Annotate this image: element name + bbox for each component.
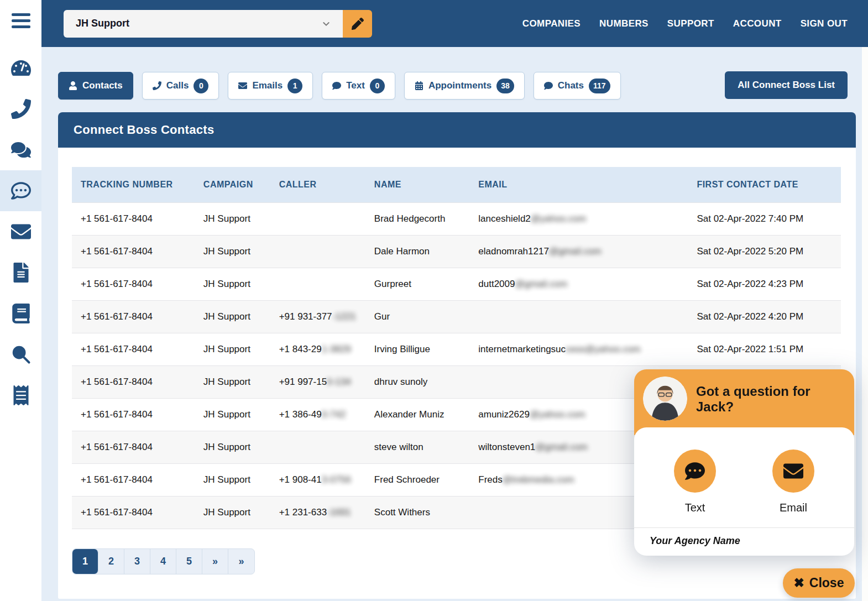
cell-campaign: JH Support	[195, 268, 270, 300]
tab-badge: 1	[287, 79, 302, 93]
cell-caller: +91 931-377-1221	[270, 300, 365, 333]
nav-link-companies[interactable]: COMPANIES	[522, 18, 581, 29]
page-next-button[interactable]: »	[202, 549, 228, 574]
cell-caller	[270, 431, 365, 463]
redacted-text: @gmail.com	[515, 279, 567, 289]
tab-badge: 117	[589, 79, 610, 93]
table-row[interactable]: +1 561-617-8404 JH Support Gurpreet dutt…	[72, 268, 841, 300]
redacted-text: -1691	[327, 507, 351, 518]
keyword-search-icon: w	[11, 344, 31, 364]
cell-first-contact-date: Sat 02-Apr-2022 4:23 PM	[688, 268, 841, 300]
cell-name: steve wilton	[365, 431, 469, 463]
text-action-button[interactable]: Text	[674, 450, 716, 514]
page-button-5[interactable]: 5	[176, 549, 202, 574]
sidebar-item-calls[interactable]	[0, 88, 41, 129]
menu-toggle-button[interactable]	[0, 0, 41, 48]
company-selector[interactable]: JH Support	[64, 10, 343, 38]
cell-caller	[270, 202, 365, 235]
cell-tracking-number: +1 561-617-8404	[72, 268, 195, 300]
page-button-4[interactable]: 4	[150, 549, 176, 574]
chat-widget-title: Got a question for Jack?	[696, 369, 846, 428]
cell-name: dhruv sunoly	[365, 365, 469, 398]
redacted-text: 3-0756	[322, 474, 351, 485]
sidebar-item-sms[interactable]	[0, 170, 41, 211]
cell-tracking-number: +1 561-617-8404	[72, 333, 195, 365]
cell-tracking-number: +1 561-617-8404	[72, 463, 195, 496]
tab-appointments[interactable]: Appointments 38	[404, 72, 525, 100]
email-action-button[interactable]: Email	[772, 450, 814, 514]
all-connect-boss-list-button[interactable]: All Connect Boss List	[725, 71, 848, 99]
cell-name: Gur	[365, 300, 469, 333]
page-last-button[interactable]: »	[228, 549, 254, 574]
cell-caller	[270, 268, 365, 300]
tab-calls[interactable]: Calls 0	[142, 72, 219, 100]
table-row[interactable]: +1 561-617-8404 JH Support +1 843-291-38…	[72, 333, 841, 365]
sidebar-item-book[interactable]	[0, 293, 41, 334]
page-button-2[interactable]: 2	[98, 549, 124, 574]
page-button-1[interactable]: 1	[72, 549, 98, 574]
sidebar-item-dashboard[interactable]	[0, 48, 41, 88]
cell-campaign: JH Support	[195, 300, 270, 333]
calendar-icon	[415, 81, 423, 90]
cell-tracking-number: +1 561-617-8404	[72, 300, 195, 333]
email-action-label: Email	[780, 501, 807, 514]
redacted-text: @yahoo.com	[531, 213, 586, 224]
table-row[interactable]: +1 561-617-8404 JH Support Brad Hedgecor…	[72, 202, 841, 235]
nav-link-signout[interactable]: SIGN OUT	[801, 18, 848, 29]
sidebar-item-chats[interactable]	[0, 129, 41, 170]
redacted-text: @yahoo.com	[530, 409, 585, 420]
cell-tracking-number: +1 561-617-8404	[72, 202, 195, 235]
sidebar-item-documents[interactable]	[0, 252, 41, 293]
primary-navigation: COMPANIES NUMBERS SUPPORT ACCOUNT SIGN O…	[522, 18, 848, 29]
redacted-text: 0-742	[322, 409, 346, 420]
pagination: 1 2 3 4 5 » »	[72, 548, 255, 574]
sidebar: w	[0, 0, 41, 601]
cell-name: Fred Schroeder	[365, 463, 469, 496]
cell-name: Dale Harmon	[365, 235, 469, 268]
pencil-icon	[352, 18, 364, 30]
dashboard-icon	[11, 58, 31, 78]
cell-first-contact-date: Sat 02-Apr-2022 1:51 PM	[688, 333, 841, 365]
sidebar-item-email[interactable]	[0, 211, 41, 252]
tab-contacts[interactable]: Contacts	[58, 72, 133, 100]
close-label: Close	[809, 576, 844, 590]
column-email: EMAIL	[469, 167, 688, 202]
cell-tracking-number: +1 561-617-8404	[72, 365, 195, 398]
table-row[interactable]: +1 561-617-8404 JH Support Dale Harmon e…	[72, 235, 841, 268]
sms-bubble-icon	[11, 181, 31, 201]
envelope-icon	[238, 81, 247, 90]
sidebar-item-keyword-search[interactable]: w	[0, 334, 41, 375]
table-row[interactable]: +1 561-617-8404 JH Support +91 931-377-1…	[72, 300, 841, 333]
tab-text[interactable]: Text 0	[322, 72, 395, 100]
comment-icon	[544, 81, 553, 90]
book-icon	[11, 304, 31, 323]
tab-chats[interactable]: Chats 117	[534, 72, 621, 100]
tab-label: Chats	[558, 80, 584, 91]
cell-first-contact-date: Sat 02-Apr-2022 5:20 PM	[688, 235, 841, 268]
tab-emails[interactable]: Emails 1	[228, 72, 313, 100]
cell-caller: +1 843-291-3829	[270, 333, 365, 365]
chat-close-button[interactable]: ✖ Close	[783, 568, 855, 598]
cell-caller	[270, 235, 365, 268]
tab-label: Contacts	[82, 80, 123, 91]
tab-badge: 0	[370, 79, 385, 93]
cell-campaign: JH Support	[195, 398, 270, 431]
scrollbar[interactable]	[862, 47, 868, 601]
nav-link-account[interactable]: ACCOUNT	[733, 18, 782, 29]
redacted-text: @gmail.com	[549, 246, 602, 257]
cell-campaign: JH Support	[195, 463, 270, 496]
tab-label: Text	[346, 80, 365, 91]
nav-link-support[interactable]: SUPPORT	[667, 18, 714, 29]
cell-first-contact-date: Sat 02-Apr-2022 4:20 PM	[688, 300, 841, 333]
nav-link-numbers[interactable]: NUMBERS	[599, 18, 649, 29]
avatar	[643, 377, 687, 421]
cell-campaign: JH Support	[195, 496, 270, 529]
column-tracking-number: TRACKING NUMBER	[72, 167, 195, 202]
edit-company-button[interactable]	[343, 10, 372, 38]
chat-widget-header: Got a question for Jack?	[634, 369, 854, 435]
sidebar-item-billing[interactable]	[0, 375, 41, 416]
top-navbar: JH Support COMPANIES NUMBERS SUPPORT ACC…	[41, 0, 868, 47]
page-button-3[interactable]: 3	[124, 549, 150, 574]
svg-text:w: w	[16, 349, 22, 356]
cell-first-contact-date: Sat 02-Apr-2022 7:40 PM	[688, 202, 841, 235]
